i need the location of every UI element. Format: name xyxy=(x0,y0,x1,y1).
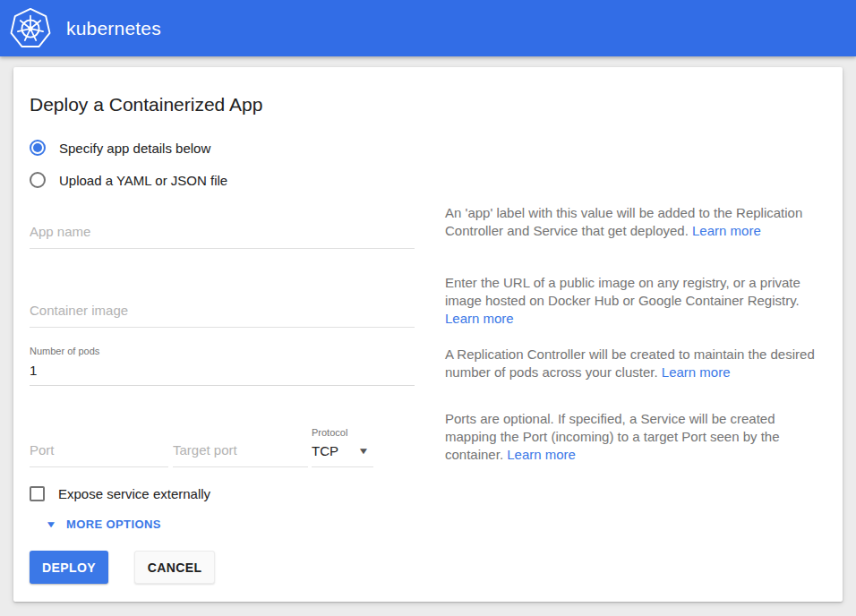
radio-upload-yaml[interactable]: Upload a YAML or JSON file xyxy=(30,171,824,189)
app-header: kubernetes xyxy=(0,0,856,56)
more-options-label: MORE OPTIONS xyxy=(66,518,161,531)
kubernetes-logo-icon xyxy=(9,7,52,50)
expander-caret-icon: ▼ xyxy=(45,519,56,529)
pods-help: A Replication Controller will be created… xyxy=(445,346,824,389)
deploy-card: Deploy a Containerized App Specify app d… xyxy=(13,67,843,602)
pods-count-input[interactable] xyxy=(30,359,415,386)
container-image-row: Enter the URL of a public image on any r… xyxy=(30,274,824,328)
radio-selected-icon[interactable] xyxy=(30,140,46,156)
checkbox-unchecked-icon[interactable] xyxy=(30,486,45,501)
help-text: Enter the URL of a public image on any r… xyxy=(445,275,800,308)
protocol-select[interactable]: TCP ▼ xyxy=(312,441,373,467)
pods-field-label: Number of pods xyxy=(30,346,415,356)
learn-more-link[interactable]: Learn more xyxy=(507,447,576,462)
deploy-button[interactable]: DEPLOY xyxy=(30,551,108,584)
radio-label: Specify app details below xyxy=(59,141,210,156)
page-title: Deploy a Containerized App xyxy=(30,94,824,116)
expose-service-label: Expose service externally xyxy=(58,486,210,501)
radio-specify-details[interactable]: Specify app details below xyxy=(30,139,824,157)
app-name-row: An 'app' label with this value will be a… xyxy=(30,204,824,249)
number-of-pods-row: Number of pods A Replication Controller … xyxy=(30,346,824,389)
more-options-expander[interactable]: ▼ MORE OPTIONS xyxy=(47,518,824,531)
container-image-input[interactable] xyxy=(30,299,415,328)
help-text: Ports are optional. If specified, a Serv… xyxy=(445,411,780,462)
protocol-field-label: Protocol xyxy=(312,427,373,438)
chevron-down-icon: ▼ xyxy=(357,446,369,456)
action-buttons: DEPLOY CANCEL xyxy=(30,551,824,584)
radio-unselected-icon[interactable] xyxy=(30,172,46,188)
ports-row: Protocol TCP ▼ Ports are optional. If sp… xyxy=(30,410,824,467)
target-port-input[interactable] xyxy=(173,439,308,467)
container-image-help: Enter the URL of a public image on any r… xyxy=(445,274,824,328)
protocol-selected-value: TCP xyxy=(312,443,338,458)
app-name-input[interactable] xyxy=(30,220,415,249)
cancel-button[interactable]: CANCEL xyxy=(134,551,215,584)
app-name-help: An 'app' label with this value will be a… xyxy=(445,204,824,249)
learn-more-link[interactable]: Learn more xyxy=(445,311,514,326)
radio-label: Upload a YAML or JSON file xyxy=(59,173,227,188)
learn-more-link[interactable]: Learn more xyxy=(662,364,731,380)
port-input[interactable] xyxy=(30,439,168,467)
learn-more-link[interactable]: Learn more xyxy=(692,223,761,238)
help-text: A Replication Controller will be created… xyxy=(445,346,815,380)
ports-help: Ports are optional. If specified, a Serv… xyxy=(445,410,824,467)
brand-title: kubernetes xyxy=(66,18,161,39)
expose-service-checkbox-row[interactable]: Expose service externally xyxy=(30,484,824,502)
